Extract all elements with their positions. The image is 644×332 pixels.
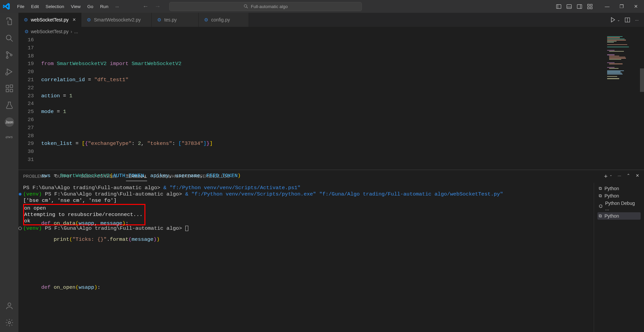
svg-rect-4 <box>567 4 572 8</box>
menu-view[interactable]: View <box>68 3 84 10</box>
aws-extension-icon[interactable]: aws <box>6 134 13 140</box>
svg-rect-8 <box>588 4 589 6</box>
tab-bar: ⚙ webSocketTest.py × ⚙ SmartWebsocketv2.… <box>18 13 644 27</box>
menu-bar: File Edit Selection View Go Run ··· <box>14 3 122 10</box>
nav-back-icon[interactable]: ← <box>142 3 148 10</box>
split-editor-icon[interactable] <box>625 17 630 23</box>
svg-line-1 <box>247 7 248 8</box>
extensions-icon[interactable] <box>5 84 14 93</box>
code-editor[interactable]: 16171819202122232425262728293031 from Sm… <box>18 36 644 170</box>
menu-file[interactable]: File <box>14 3 27 10</box>
window-minimize-icon[interactable]: — <box>603 4 611 9</box>
settings-gear-icon[interactable] <box>5 318 14 327</box>
svg-point-15 <box>6 57 8 58</box>
svg-point-17 <box>6 73 8 75</box>
svg-point-16 <box>10 54 12 56</box>
json-extension-icon[interactable]: Json <box>5 117 14 127</box>
svg-point-22 <box>8 303 11 306</box>
window-close-icon[interactable]: ✕ <box>633 4 639 9</box>
menu-selection[interactable]: Selection <box>43 3 67 10</box>
run-dropdown-icon[interactable]: ⌄ <box>617 18 620 22</box>
breadcrumb-more: ... <box>74 29 78 34</box>
nav-forward-icon[interactable]: → <box>154 3 160 10</box>
svg-point-14 <box>6 52 8 53</box>
command-center-label: Full-automatic algo <box>251 4 288 9</box>
source-control-icon[interactable] <box>5 50 14 60</box>
editor-more-icon[interactable]: ··· <box>635 17 639 22</box>
layout-right-icon[interactable] <box>577 4 582 9</box>
search-activity-icon[interactable] <box>5 34 14 43</box>
svg-rect-6 <box>577 4 582 8</box>
svg-rect-10 <box>588 7 589 9</box>
svg-rect-9 <box>590 4 592 6</box>
svg-point-12 <box>6 35 11 40</box>
editor-scrollbar[interactable] <box>640 68 644 92</box>
python-file-icon: ⚙ <box>24 29 29 34</box>
tab-config[interactable]: ⚙ config.py <box>199 13 249 27</box>
breadcrumb-file: webSocketTest.py <box>31 29 69 34</box>
tab-label: tes.py <box>164 17 177 22</box>
tab-label: webSocketTest.py <box>31 17 69 22</box>
layout-left-icon[interactable] <box>556 4 562 9</box>
title-right-controls: — ❐ ✕ <box>556 4 641 9</box>
window-restore-icon[interactable]: ❐ <box>618 4 625 9</box>
activity-bar: Json aws <box>0 13 18 332</box>
tab-label: config.py <box>211 17 230 22</box>
svg-rect-21 <box>10 85 13 88</box>
tab-close-icon[interactable]: × <box>73 17 76 23</box>
svg-point-0 <box>244 5 247 7</box>
history-nav: ← → <box>142 3 160 10</box>
breadcrumb-sep-icon: › <box>71 29 72 34</box>
title-bar: File Edit Selection View Go Run ··· ← → … <box>0 0 644 13</box>
svg-point-23 <box>8 322 10 324</box>
vscode-logo-icon <box>3 3 10 10</box>
svg-rect-11 <box>590 7 592 9</box>
tab-smartwebsocket[interactable]: ⚙ SmartWebsocketv2.py <box>81 13 152 27</box>
testing-icon[interactable] <box>5 101 14 110</box>
editor-actions: ⌄ ··· <box>604 13 644 27</box>
minimap[interactable] <box>607 36 638 170</box>
menu-run[interactable]: Run <box>97 3 112 10</box>
python-file-icon: ⚙ <box>204 17 208 22</box>
code-content: from SmartWebsocketV2 import SmartWebSoc… <box>41 36 644 170</box>
python-file-icon: ⚙ <box>157 17 162 22</box>
svg-rect-19 <box>6 89 9 92</box>
tab-label: SmartWebsocketv2.py <box>94 17 141 22</box>
menu-edit[interactable]: Edit <box>28 3 42 10</box>
layout-bottom-icon[interactable] <box>566 4 572 9</box>
run-debug-icon[interactable] <box>5 67 14 76</box>
command-center[interactable]: Full-automatic algo <box>169 2 362 11</box>
search-icon <box>244 4 248 9</box>
editor-group: ⚙ webSocketTest.py × ⚙ SmartWebsocketv2.… <box>18 13 644 332</box>
run-file-icon[interactable] <box>610 17 616 23</box>
menu-go[interactable]: Go <box>84 3 96 10</box>
explorer-icon[interactable] <box>5 17 14 26</box>
tab-tes[interactable]: ⚙ tes.py <box>152 13 199 27</box>
tab-websockettest[interactable]: ⚙ webSocketTest.py × <box>18 13 81 27</box>
menu-more-icon[interactable]: ··· <box>112 3 122 10</box>
accounts-icon[interactable] <box>5 301 14 311</box>
breadcrumb[interactable]: ⚙ webSocketTest.py › ... <box>18 27 644 36</box>
svg-rect-2 <box>557 4 561 8</box>
python-file-icon: ⚙ <box>24 17 28 22</box>
svg-rect-20 <box>10 89 13 92</box>
svg-line-13 <box>10 39 13 42</box>
layout-customize-icon[interactable] <box>587 4 593 9</box>
svg-rect-18 <box>6 85 9 88</box>
line-number-gutter: 16171819202122232425262728293031 <box>18 36 41 170</box>
python-file-icon: ⚙ <box>87 17 91 22</box>
